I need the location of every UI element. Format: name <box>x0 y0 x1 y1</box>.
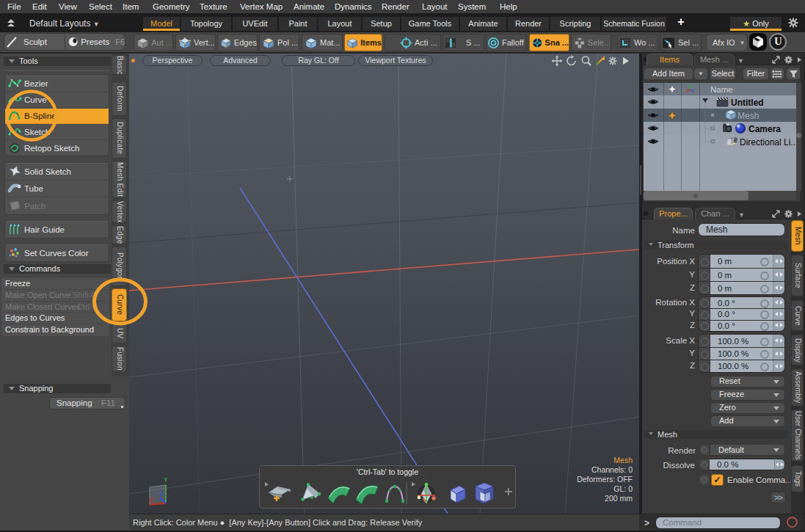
svg-text:X: X <box>149 497 153 504</box>
svg-text:Name: Name <box>710 85 733 94</box>
svg-text:Z: Z <box>159 490 164 498</box>
svg-text:Untitled: Untitled <box>731 98 764 108</box>
svg-text:Directional Li...: Directional Li... <box>740 137 796 147</box>
svg-text:Mesh: Mesh <box>737 111 759 121</box>
svg-text:Camera: Camera <box>748 124 781 134</box>
svg-text:Y: Y <box>164 477 168 484</box>
